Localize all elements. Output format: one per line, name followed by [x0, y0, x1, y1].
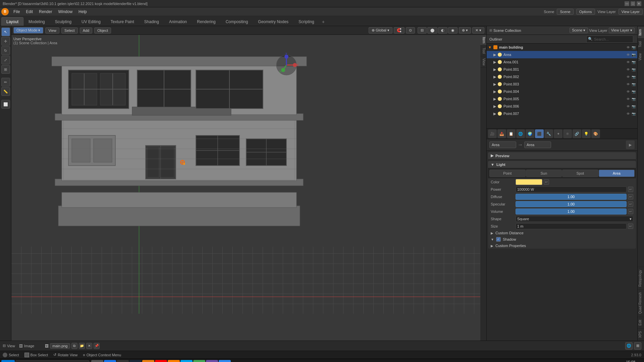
outliner-search[interactable]: 🔍 Search... — [586, 36, 633, 43]
visibility-icon[interactable]: 👁 — [626, 90, 631, 94]
add-cube-button[interactable]: ⬜ — [1, 100, 10, 109]
blender-logo[interactable]: B — [1, 8, 9, 15]
browser-app[interactable]: E — [104, 360, 116, 362]
browser2-app[interactable]: 🦅 — [180, 360, 193, 362]
render-props-icon[interactable]: 🎥 — [488, 129, 497, 138]
render-icon[interactable]: 📷 — [631, 60, 636, 64]
visibility-icon[interactable]: 👁 — [626, 53, 631, 57]
files-app[interactable]: 📁 — [117, 360, 129, 362]
visibility-icon[interactable]: 👁 — [626, 68, 631, 71]
duplicate-image-btn[interactable]: ⧉ — [71, 343, 77, 349]
n-tab-view[interactable]: View — [480, 56, 486, 68]
object-name-left[interactable]: Area — [489, 141, 516, 148]
rotate-tool-button[interactable]: ↻ — [1, 46, 10, 55]
shadow-checkbox[interactable]: ✓ — [496, 237, 501, 242]
image-menu-bottom[interactable]: 🖼 Image — [19, 344, 35, 348]
list-item[interactable]: ▼ main building 👁 📷 — [487, 44, 637, 51]
diffuse-copy-btn[interactable]: ↩ — [628, 194, 633, 199]
tab-modeling[interactable]: Modeling — [23, 17, 50, 26]
tab-texture-paint[interactable]: Texture Paint — [106, 17, 139, 26]
measure-button[interactable]: 📏 — [1, 87, 10, 96]
volume-copy-btn[interactable]: ↩ — [628, 209, 633, 214]
menu-help[interactable]: Help — [76, 9, 90, 15]
tab-sculpting[interactable]: Sculpting — [50, 17, 76, 26]
constraints-props-icon[interactable]: 🔗 — [573, 129, 581, 138]
light-tab-sun[interactable]: Sun — [526, 170, 562, 177]
list-item[interactable]: ▶ Area 👁 📷 — [487, 51, 637, 58]
output-props-icon[interactable]: 📤 — [497, 129, 506, 138]
pin-image-btn[interactable]: 📌 — [94, 343, 100, 349]
steam-app[interactable]: S — [129, 360, 142, 362]
tab-layout[interactable]: Layout — [1, 17, 23, 26]
blender-app[interactable]: B — [142, 360, 154, 362]
gizmo-toggle[interactable]: ✕ ▾ — [472, 27, 484, 34]
view-layer-props-icon[interactable]: 📋 — [507, 129, 516, 138]
viewport-shading-solid[interactable]: ⬤ — [427, 27, 437, 34]
menu-window[interactable]: Window — [55, 9, 75, 15]
select-menu[interactable]: Select — [61, 27, 78, 34]
n-tab-item[interactable]: Item — [480, 35, 486, 46]
view-layer-selector[interactable]: View Layer — [619, 9, 643, 15]
object-name-right[interactable]: Area — [524, 141, 551, 148]
visibility-icon[interactable]: 👁 — [626, 105, 631, 108]
image-selector[interactable]: main.png — [50, 343, 70, 349]
tab-scripting[interactable]: Scripting — [293, 17, 319, 26]
proportional-edit[interactable]: ⊙ — [406, 27, 415, 34]
minimize-button[interactable]: — — [625, 1, 629, 6]
visibility-icon[interactable]: 👁 — [626, 97, 631, 101]
taskbar-search[interactable]: 🔍 Aramak için buraya yazın — [15, 360, 89, 362]
side-tab-edit[interactable]: Edit — [638, 317, 644, 328]
tab-uv-editing[interactable]: UV Editing — [76, 17, 106, 26]
side-tab-xps[interactable]: XPS — [638, 328, 644, 341]
transform-tool-button[interactable]: ⊞ — [1, 65, 10, 74]
render-icon[interactable]: 📷 — [631, 112, 636, 116]
object-menu[interactable]: Object — [94, 27, 111, 34]
open-folder-btn[interactable]: 📁 — [79, 343, 85, 349]
more-btn[interactable]: ⊞ — [634, 342, 641, 350]
scene-dropdown[interactable]: Scene ▾ — [570, 27, 588, 33]
preview-header[interactable]: ▶ Preview — [488, 152, 636, 160]
list-item[interactable]: ▶ Point.006 👁 📷 — [487, 103, 637, 110]
color-swatch[interactable] — [516, 179, 542, 185]
preview-toggle[interactable]: ▶ — [626, 140, 635, 149]
app7[interactable]: 🌐 — [219, 360, 231, 362]
color-copy-btn[interactable]: ↩ — [544, 179, 549, 185]
visibility-icon[interactable]: 👁 — [626, 112, 631, 116]
light-tab-area[interactable]: Area — [599, 170, 635, 177]
tab-compositing[interactable]: Compositing — [221, 17, 253, 26]
scene-props-icon[interactable]: 🌐 — [516, 129, 525, 138]
render-icon[interactable]: 📷 — [631, 75, 636, 79]
specular-slider[interactable]: 1.00 — [516, 201, 627, 207]
app5[interactable]: 🐾 — [193, 360, 205, 362]
start-button[interactable]: ⊞ — [1, 360, 15, 362]
tab-animation[interactable]: Animation — [164, 17, 192, 26]
render-icon[interactable]: 📷 — [631, 105, 636, 108]
size-field[interactable]: 1 m — [516, 223, 627, 229]
list-item[interactable]: ▶ Point.005 👁 📷 — [487, 95, 637, 103]
visibility-icon[interactable]: 👁 — [626, 46, 631, 49]
list-item[interactable]: ▶ Point.002 👁 📷 — [487, 73, 637, 80]
viewport-canvas[interactable]: X Y Z User Perspective (1) Scene Collect… — [11, 35, 486, 341]
light-tab-point[interactable]: Point — [489, 170, 526, 177]
tab-shading[interactable]: Shading — [139, 17, 164, 26]
material-props-icon[interactable]: 🎨 — [591, 129, 600, 138]
n-tab-tool[interactable]: Tool — [480, 46, 486, 56]
power-copy-btn[interactable]: ↩ — [628, 187, 633, 192]
viewport-shading-material[interactable]: ◐ — [438, 27, 447, 34]
physics-props-icon[interactable]: ⚛ — [563, 129, 572, 138]
light-header[interactable]: ▼ Light — [488, 161, 636, 168]
render-icon[interactable]: 📷 — [631, 97, 636, 101]
list-item[interactable]: ▶ Point.003 👁 📷 — [487, 80, 637, 88]
menu-edit[interactable]: Edit — [23, 9, 36, 15]
data-props-icon[interactable]: 💡 — [582, 129, 591, 138]
side-tab-tool[interactable]: Tool — [638, 38, 644, 50]
maximize-button[interactable]: □ — [631, 1, 635, 6]
menu-file[interactable]: File — [11, 9, 22, 15]
visibility-icon[interactable]: 👁 — [626, 60, 631, 64]
move-tool-button[interactable]: ✛ — [1, 37, 10, 46]
visibility-icon[interactable]: 👁 — [626, 82, 631, 86]
tab-rendering[interactable]: Rendering — [192, 17, 220, 26]
list-item[interactable]: ▶ Point.007 👁 📷 — [487, 110, 637, 117]
render-icon[interactable]: 📷 — [631, 68, 636, 71]
add-workspace-button[interactable]: + — [319, 18, 327, 26]
